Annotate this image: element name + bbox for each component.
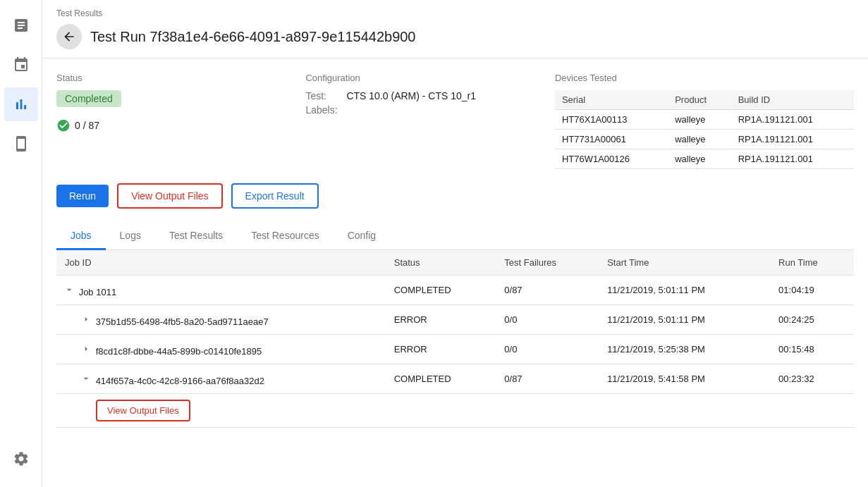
expand-button[interactable] — [79, 371, 93, 386]
job-starttime-cell: 11/21/2019, 5:01:11 PM — [599, 276, 770, 305]
content-area: Status Completed 0 / 87 Configuration Te… — [42, 58, 868, 487]
devices-block: Devices Tested Serial Product Build ID H… — [555, 73, 854, 169]
job-runtime-cell: 01:04:19 — [770, 276, 854, 305]
pass-count-value: 0 / 87 — [75, 120, 99, 131]
tab-logs[interactable]: Logs — [106, 223, 155, 250]
main-content: Test Results Test Run 7f38a1e4-6e66-4091… — [42, 0, 868, 487]
jobs-col-failures: Test Failures — [496, 250, 599, 276]
info-section: Status Completed 0 / 87 Configuration Te… — [56, 73, 854, 169]
view-output-button[interactable]: View Output Files — [117, 183, 222, 209]
device-serial: HT76W1A00126 — [555, 149, 668, 169]
rerun-button[interactable]: Rerun — [56, 185, 109, 207]
tab-test-resources[interactable]: Test Resources — [237, 223, 333, 250]
devices-table: Serial Product Build ID HT76X1A00113 wal… — [555, 90, 854, 169]
job-id-cell: 414f657a-4c0c-42c8-9166-aa76f8aa32d2 — [56, 364, 386, 394]
config-block: Configuration Test: CTS 10.0 (ARM) - CTS… — [305, 73, 554, 169]
device-buildid: RP1A.191121.001 — [731, 149, 854, 169]
job-starttime-cell: 11/21/2019, 5:01:11 PM — [599, 305, 770, 335]
device-buildid: RP1A.191121.001 — [731, 130, 854, 149]
job-starttime-cell: 11/21/2019, 5:41:58 PM — [599, 364, 770, 394]
job-id-cell: Job 1011 — [56, 276, 386, 305]
action-row: Rerun View Output Files Export Result — [56, 183, 854, 209]
devices-col-product: Product — [668, 90, 731, 110]
tab-jobs[interactable]: Jobs — [56, 223, 106, 250]
devices-col-buildid: Build ID — [731, 90, 854, 110]
config-test-value: CTS 10.0 (ARM) - CTS 10_r1 — [346, 90, 476, 101]
view-output-row: View Output Files — [56, 394, 854, 428]
job-status-cell: ERROR — [386, 335, 496, 364]
expand-button[interactable] — [79, 342, 93, 356]
job-id-value: 414f657a-4c0c-42c8-9166-aa76f8aa32d2 — [96, 376, 264, 386]
job-id-value: Job 1011 — [79, 287, 117, 297]
status-title: Status — [56, 73, 305, 83]
device-product: walleye — [668, 130, 731, 149]
job-id-value: 375b1d55-6498-4fb5-8a20-5ad9711aeae7 — [96, 316, 269, 327]
job-failures-cell: 0/87 — [496, 364, 599, 394]
config-labels-row: Labels: — [305, 104, 554, 116]
jobs-table: Job ID Status Test Failures Start Time R… — [56, 250, 854, 428]
config-test-label: Test: — [305, 90, 341, 101]
job-runtime-cell: 00:15:48 — [770, 335, 854, 364]
page-title: Test Run 7f38a1e4-6e66-4091-a897-9e11544… — [90, 29, 416, 45]
job-row: f8cd1c8f-dbbe-44a5-899b-c01410fe1895 ERR… — [56, 335, 854, 364]
device-buildid: RP1A.191121.001 — [731, 110, 854, 130]
sidebar-item-devices[interactable] — [4, 127, 38, 161]
tab-test-results[interactable]: Test Results — [155, 223, 237, 250]
job-failures-cell: 0/0 — [496, 305, 599, 335]
job-row: 375b1d55-6498-4fb5-8a20-5ad9711aeae7 ERR… — [56, 305, 854, 335]
job-status-cell: COMPLETED — [386, 364, 496, 394]
config-labels-label: Labels: — [305, 104, 341, 116]
device-product: walleye — [668, 149, 731, 169]
status-badge: Completed — [56, 90, 121, 107]
jobs-col-status: Status — [386, 250, 496, 276]
job-runtime-cell: 00:24:25 — [770, 305, 854, 335]
job-failures-cell: 0/87 — [496, 276, 599, 305]
tab-config[interactable]: Config — [334, 223, 390, 250]
job-row: 414f657a-4c0c-42c8-9166-aa76f8aa32d2 COM… — [56, 364, 854, 394]
device-serial: HT76X1A00113 — [555, 110, 668, 130]
title-row: Test Run 7f38a1e4-6e66-4091-a897-9e11544… — [56, 24, 854, 49]
back-button[interactable] — [56, 24, 82, 49]
sidebar-item-tasks[interactable] — [4, 8, 38, 42]
expand-button[interactable] — [79, 312, 93, 326]
sidebar-item-schedule[interactable] — [4, 48, 38, 82]
sidebar — [0, 0, 42, 487]
job-id-cell: f8cd1c8f-dbbe-44a5-899b-c01410fe1895 — [56, 335, 386, 364]
pass-count: 0 / 87 — [56, 118, 305, 132]
jobs-col-starttime: Start Time — [599, 250, 770, 276]
job-row: Job 1011 COMPLETED 0/87 11/21/2019, 5:01… — [56, 276, 854, 305]
sidebar-item-settings[interactable] — [4, 442, 38, 476]
job-starttime-cell: 11/21/2019, 5:25:38 PM — [599, 335, 770, 364]
job-runtime-cell: 00:23:32 — [770, 364, 854, 394]
config-test-row: Test: CTS 10.0 (ARM) - CTS 10_r1 — [305, 90, 554, 101]
config-title: Configuration — [305, 73, 554, 83]
expand-button[interactable] — [62, 283, 76, 297]
sidebar-item-analytics[interactable] — [4, 87, 38, 121]
device-row: HT76X1A00113 walleye RP1A.191121.001 — [555, 110, 854, 130]
device-serial: HT7731A00061 — [555, 130, 668, 149]
jobs-col-id: Job ID — [56, 250, 386, 276]
job-id-value: f8cd1c8f-dbbe-44a5-899b-c01410fe1895 — [96, 346, 262, 357]
job-failures-cell: 0/0 — [496, 335, 599, 364]
device-product: walleye — [668, 110, 731, 130]
tabs: JobsLogsTest ResultsTest ResourcesConfig — [56, 223, 854, 250]
job-id-cell: 375b1d55-6498-4fb5-8a20-5ad9711aeae7 — [56, 305, 386, 335]
breadcrumb: Test Results — [56, 8, 854, 18]
job-status-cell: ERROR — [386, 305, 496, 335]
check-circle-icon — [56, 118, 71, 132]
jobs-col-runtime: Run Time — [770, 250, 854, 276]
status-block: Status Completed 0 / 87 — [56, 73, 305, 169]
job-status-cell: COMPLETED — [386, 276, 496, 305]
inline-view-output-button[interactable]: View Output Files — [96, 400, 190, 421]
export-result-button[interactable]: Export Result — [231, 183, 319, 209]
devices-col-serial: Serial — [555, 90, 668, 110]
device-row: HT76W1A00126 walleye RP1A.191121.001 — [555, 149, 854, 169]
header: Test Results Test Run 7f38a1e4-6e66-4091… — [42, 0, 868, 58]
devices-title: Devices Tested — [555, 73, 854, 83]
device-row: HT7731A00061 walleye RP1A.191121.001 — [555, 130, 854, 149]
